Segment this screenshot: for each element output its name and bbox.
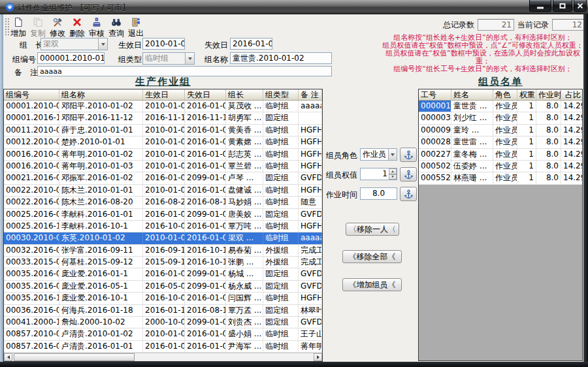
table-row[interactable]: 00001.2016-1...邓阳平.2016-11-122016-11-122…: [4, 112, 322, 124]
column-header[interactable]: 备 注: [299, 89, 322, 100]
apply-role-button[interactable]: [400, 148, 417, 162]
column-header[interactable]: 作业时: [536, 89, 561, 100]
member-role-dropdown-button[interactable]: [388, 149, 397, 160]
column-header[interactable]: 姓名: [451, 89, 493, 100]
modify-button[interactable]: 修改: [48, 17, 67, 37]
apply-weight-button[interactable]: [400, 167, 417, 182]
table-row[interactable]: 00021.2016-0...邓振军.2016-01-022016-01-022…: [4, 172, 322, 184]
leader-combobox[interactable]: 渠双: [41, 38, 108, 50]
group-no-input[interactable]: 000001.2010-01-02: [37, 52, 105, 64]
table-row[interactable]: 000552 ...林燕珊 ...作业员18.014.29: [419, 172, 582, 184]
table-cell: 易春菊 ...: [226, 245, 263, 256]
exit-door-icon: [131, 17, 141, 27]
add-members-button[interactable]: 《增加组员《: [342, 278, 402, 291]
table-row[interactable]: 00035.2016-05-1庞业爱.2016-05-12016-05-0120…: [4, 281, 322, 293]
table-cell: 临时组: [263, 149, 299, 160]
table-row[interactable]: 00041.2000-1...詹灿.2000-10-022000-10-0220…: [4, 317, 322, 328]
table-cell: 14.29: [561, 172, 582, 184]
member-role-combobox[interactable]: 作业员: [360, 148, 397, 161]
spinner-buttons[interactable]: [389, 168, 397, 180]
table-cell: 临时组: [263, 161, 299, 172]
tools-icon: [52, 17, 63, 27]
scroll-left-arrow[interactable]: [4, 353, 12, 361]
table-row[interactable]: 00025.2016-0...李献科.2016-01-012016-01-012…: [4, 209, 322, 221]
current-record-field: 12: [552, 19, 585, 31]
table-row[interactable]: 00016.2010-0...蒋年明.2010-01-022010-01-022…: [4, 149, 322, 161]
apply-time-button[interactable]: [400, 187, 417, 201]
table-row[interactable]: 00033.2015-0...何基桂.2015-09-122015-09-122…: [4, 257, 322, 268]
table-row[interactable]: 00022.2016-0...陈木兰.2016-08-202016-08-202…: [4, 197, 322, 208]
scrollbar-thumb[interactable]: [14, 353, 135, 361]
column-header[interactable]: 失效日: [185, 89, 226, 100]
table-row[interactable]: 000009 ...童玲 ...作业员18.014.29: [419, 125, 582, 136]
members-table: 工号姓名角色权重作业时占比 000001 ...童世贵 ...作业员18.014…: [418, 89, 583, 361]
remark-input[interactable]: aaaaa: [37, 66, 332, 76]
table-row[interactable]: 000502 ...伍委婷 ...作业员18.014.29: [419, 161, 582, 172]
table-row[interactable]: 00001.2010-0...邓阳平.2010-01-022010-01-022…: [4, 101, 322, 112]
audit-button[interactable]: 审核: [88, 17, 106, 37]
table-row[interactable]: 00012.2010-0...楚婷.2010-01-012010-01-0120…: [4, 136, 322, 148]
column-header[interactable]: 组类型: [263, 89, 299, 100]
table-cell: 2016-11-12: [185, 112, 226, 123]
table-cell: 作业员: [493, 112, 517, 123]
delete-button[interactable]: 删除: [68, 17, 86, 37]
expire-date-input[interactable]: 2016-01-01: [230, 38, 272, 50]
member-weight-spinner[interactable]: 1: [360, 168, 397, 180]
column-header[interactable]: 权重: [517, 89, 536, 100]
minimize-button[interactable]: [529, 0, 551, 12]
group-type-dropdown-button[interactable]: [185, 53, 194, 64]
column-header[interactable]: 占比: [561, 89, 583, 100]
table-row[interactable]: 00022.2010-0...陈木兰.2010-01-012010-01-012…: [4, 185, 322, 197]
column-header[interactable]: 组编号: [4, 89, 59, 100]
spin-down-button[interactable]: [389, 174, 397, 180]
table-row[interactable]: 000227 ...童冬梅 ...作业员18.014.29: [419, 149, 582, 161]
maximize-button[interactable]: [553, 0, 572, 12]
table-row[interactable]: 000001 ...童世贵 ...作业员18.014.29: [419, 101, 582, 112]
table-row[interactable]: 000028 ...童世雷 ...作业员18.014.29: [419, 136, 582, 148]
query-button[interactable]: 查询: [107, 17, 125, 37]
table-row[interactable]: 00016.2010-0...蒋年明.2010-01-032010-01-032…: [4, 161, 322, 172]
table-row[interactable]: 00035.2016-10-1庞业爱.2016-10-12016-10-0120…: [4, 293, 322, 304]
work-time-input[interactable]: 8.0: [360, 187, 397, 200]
table-cell: 2010-01-02: [143, 328, 185, 340]
column-header[interactable]: 角色: [493, 89, 517, 100]
scroll-right-arrow[interactable]: [314, 353, 322, 361]
group-type-combobox[interactable]: 临时组: [142, 52, 195, 65]
table-row[interactable]: 00011.2010-0...薛于忠.2010-01-012010-01-012…: [4, 125, 322, 136]
member-role-label: 组员角色: [326, 150, 357, 161]
table-row[interactable]: 00035.2016-01-1庞业爱.2016-01-12016-01-0120…: [4, 268, 322, 280]
table-cell: 童世雷 ...: [451, 136, 493, 148]
table-cell: 2010-01-02: [143, 232, 185, 244]
group-name-input[interactable]: 童世贵.2010-01-02: [230, 52, 332, 64]
group-no-label: 组编号: [12, 54, 36, 65]
table-row[interactable]: 00036.2016-0...何海兵.2016-01-182016-01-182…: [4, 305, 322, 317]
table-cell: 2099-01-01: [185, 268, 226, 279]
spin-up-button[interactable]: [389, 168, 397, 174]
column-header[interactable]: 生效日: [143, 89, 185, 100]
table-row[interactable]: 00032.2016-0...张学富.2016-09-112016-09-112…: [4, 245, 322, 257]
table-row[interactable]: 000003 ...刘少红 ...作业员18.014.29: [419, 112, 582, 124]
table-cell: 作业员: [493, 172, 517, 184]
column-header[interactable]: 工号: [419, 89, 451, 100]
table-cell: 2099-01-01: [185, 281, 226, 292]
table-row[interactable]: 00857.2016-0...卢清贵.2016-01-012016-01-012…: [4, 341, 322, 353]
close-button[interactable]: [574, 0, 587, 12]
leader-dropdown-button[interactable]: [98, 39, 107, 50]
table-row[interactable]: 00030.2010-0...东英.2010-01-022010-01-0220…: [4, 232, 322, 244]
table-cell: 李献科.2016-10-1: [59, 221, 143, 232]
table-cell: 00012.2010-0...: [4, 136, 59, 148]
table-cell: 2016-01-01: [185, 341, 226, 352]
table-row[interactable]: 00857.2010-0...卢清贵.2010-01-022010-01-022…: [4, 328, 322, 340]
table-cell: 14.29: [561, 112, 582, 123]
horizontal-scrollbar[interactable]: [4, 353, 322, 361]
add-button[interactable]: 增加: [9, 17, 27, 37]
effective-date-input[interactable]: 2010-01-02: [142, 38, 185, 50]
remove-one-button[interactable]: 〈移除一人〈: [346, 223, 399, 236]
exit-button[interactable]: 退出: [127, 17, 145, 37]
remove-all-button[interactable]: 《移除全部《: [342, 250, 402, 263]
column-header[interactable]: 组名称: [59, 89, 143, 100]
table-row[interactable]: 00025.2016-10-1李献科.2016-10-12016-10-0120…: [4, 221, 322, 232]
column-header[interactable]: 组长: [226, 89, 263, 100]
table-cell: 1: [517, 161, 536, 172]
table-cell: 8.0: [536, 161, 561, 172]
